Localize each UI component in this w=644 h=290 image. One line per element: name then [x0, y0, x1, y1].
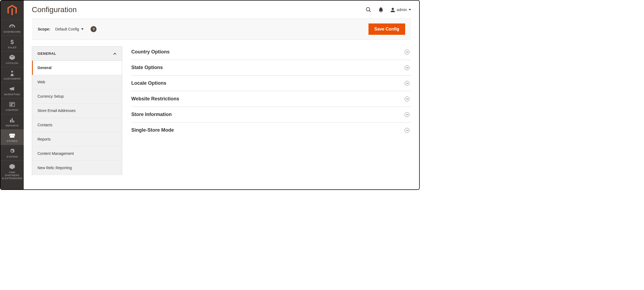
svg-point-1: [11, 71, 13, 73]
section-title: State Options: [131, 65, 163, 70]
help-icon[interactable]: ?: [91, 26, 97, 32]
svg-rect-3: [11, 103, 14, 104]
sidebar-item-label: DASHBOARD: [4, 30, 21, 33]
section-title: Website Restrictions: [131, 96, 179, 102]
svg-point-8: [12, 166, 13, 167]
chevron-down-icon: [81, 28, 84, 30]
settings-item-reports[interactable]: Reports: [32, 132, 122, 146]
section-title: Single-Store Mode: [131, 127, 174, 133]
svg-point-11: [392, 8, 394, 10]
section-country-options[interactable]: Country Options: [131, 46, 411, 60]
svg-rect-4: [11, 104, 12, 106]
sidebar-item-label: MARKETING: [4, 93, 20, 96]
user-label: admin: [397, 8, 407, 12]
notifications-icon[interactable]: [378, 7, 383, 12]
sidebar-item-label: REPORTS: [6, 124, 19, 127]
page-title: Configuration: [32, 5, 366, 14]
scope-label: Scope:: [38, 27, 50, 31]
catalog-icon: [9, 54, 15, 61]
chevron-up-icon: [113, 53, 116, 55]
settings-sub-list: General Web Currency Setup Store Email A…: [32, 61, 122, 175]
magento-logo[interactable]: [1, 1, 24, 20]
settings-item-contacts[interactable]: Contacts: [32, 118, 122, 132]
section-title: Country Options: [131, 49, 170, 55]
settings-panel: GENERAL General Web Currency Setup Store…: [32, 46, 122, 189]
section-single-store-mode[interactable]: Single-Store Mode: [131, 122, 411, 138]
chevron-down-icon: [409, 9, 411, 11]
sales-icon: $: [10, 39, 14, 45]
sidebar-item-label: FIND PARTNERS & EXTENSIONS: [2, 171, 23, 180]
chevron-down-icon: [405, 65, 409, 70]
page-header: Configuration admin: [24, 1, 419, 17]
reports-icon: [9, 117, 15, 123]
stores-icon: [9, 132, 15, 139]
svg-rect-7: [13, 121, 14, 122]
scope-value: Default Config: [55, 27, 79, 31]
sidebar-item-label: CATALOG: [6, 62, 18, 65]
sidebar-item-reports[interactable]: REPORTS: [1, 114, 24, 129]
left-sidebar: DASHBOARD $ SALES CATALOG CUSTOMERS MARK…: [1, 1, 24, 189]
section-title: Store Information: [131, 112, 172, 117]
sidebar-item-customers[interactable]: CUSTOMERS: [1, 67, 24, 83]
section-store-information[interactable]: Store Information: [131, 107, 411, 122]
sidebar-item-stores[interactable]: STORES: [1, 129, 24, 145]
app-frame: DASHBOARD $ SALES CATALOG CUSTOMERS MARK…: [0, 0, 420, 190]
config-sections: Country Options State Options Locale Opt…: [131, 46, 411, 189]
settings-group-label: GENERAL: [37, 52, 56, 56]
main-area: Configuration admin Scope: Default Confi…: [24, 1, 419, 189]
search-icon[interactable]: [366, 7, 371, 13]
sidebar-item-partners[interactable]: FIND PARTNERS & EXTENSIONS: [1, 161, 24, 182]
scope-selector[interactable]: Default Config: [55, 27, 84, 31]
settings-group-general[interactable]: GENERAL: [32, 46, 122, 61]
sidebar-item-label: SYSTEM: [7, 155, 18, 158]
svg-rect-6: [12, 118, 13, 122]
content-icon: [9, 101, 15, 108]
customers-icon: [10, 70, 14, 76]
sidebar-item-label: SALES: [8, 46, 16, 49]
svg-line-10: [369, 11, 371, 12]
partners-icon: [9, 163, 15, 170]
section-title: Locale Options: [131, 80, 166, 86]
sidebar-item-label: CONTENT: [6, 109, 19, 112]
svg-text:$: $: [11, 39, 14, 45]
sidebar-item-content[interactable]: CONTENT: [1, 98, 24, 114]
svg-point-9: [366, 8, 370, 11]
content-row: GENERAL General Web Currency Setup Store…: [24, 40, 419, 189]
save-config-button[interactable]: Save Config: [369, 23, 405, 35]
chevron-down-icon: [405, 97, 409, 101]
dashboard-icon: [9, 23, 15, 29]
svg-rect-5: [10, 120, 11, 122]
user-icon: [390, 7, 395, 12]
chevron-down-icon: [405, 50, 409, 54]
system-icon: [9, 148, 15, 154]
sidebar-item-catalog[interactable]: CATALOG: [1, 51, 24, 67]
settings-item-new-relic[interactable]: New Relic Reporting: [32, 161, 122, 175]
user-menu[interactable]: admin: [390, 7, 411, 12]
settings-item-currency-setup[interactable]: Currency Setup: [32, 89, 122, 104]
chevron-down-icon: [405, 128, 409, 133]
sidebar-item-system[interactable]: SYSTEM: [1, 145, 24, 161]
sidebar-item-label: STORES: [7, 140, 18, 143]
sidebar-item-marketing[interactable]: MARKETING: [1, 83, 24, 98]
section-website-restrictions[interactable]: Website Restrictions: [131, 91, 411, 107]
chevron-down-icon: [405, 112, 409, 117]
settings-item-store-email[interactable]: Store Email Addresses: [32, 104, 122, 118]
header-actions: admin: [366, 7, 411, 13]
marketing-icon: [9, 86, 15, 92]
sidebar-item-dashboard[interactable]: DASHBOARD: [1, 20, 24, 36]
settings-item-web[interactable]: Web: [32, 75, 122, 89]
section-locale-options[interactable]: Locale Options: [131, 76, 411, 91]
sidebar-item-sales[interactable]: $ SALES: [1, 36, 24, 51]
sidebar-item-label: CUSTOMERS: [4, 77, 20, 80]
scope-bar: Scope: Default Config ? Save Config: [32, 18, 411, 40]
chevron-down-icon: [405, 81, 409, 86]
settings-item-general[interactable]: General: [32, 61, 122, 75]
section-state-options[interactable]: State Options: [131, 60, 411, 76]
settings-item-content-management[interactable]: Content Management: [32, 146, 122, 161]
